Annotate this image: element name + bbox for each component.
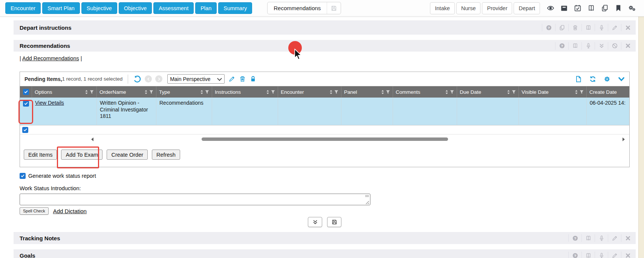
add-dictation-link[interactable]: Add Dictation bbox=[53, 208, 87, 214]
help-icon[interactable]: ? bbox=[542, 24, 555, 31]
eye-icon[interactable] bbox=[544, 2, 557, 14]
tab-smart-plan[interactable]: Smart Plan bbox=[42, 2, 80, 14]
undo-icon[interactable] bbox=[133, 75, 141, 82]
tab-subjective[interactable]: Subjective bbox=[81, 2, 117, 14]
tab-objective[interactable]: Objective bbox=[119, 2, 152, 14]
mic-icon[interactable] bbox=[581, 42, 595, 50]
trash-icon[interactable] bbox=[568, 24, 581, 31]
book-icon[interactable] bbox=[584, 2, 598, 14]
generate-report-checkbox[interactable] bbox=[20, 173, 26, 179]
depart-button[interactable]: Depart bbox=[514, 2, 540, 14]
new-document-icon[interactable] bbox=[575, 76, 582, 82]
tab-plan[interactable]: Plan bbox=[195, 2, 217, 14]
create-order-button[interactable]: Create Order bbox=[107, 150, 148, 160]
sort-icon[interactable] bbox=[144, 90, 148, 95]
calendar-check-icon[interactable] bbox=[571, 2, 584, 14]
close-icon[interactable] bbox=[621, 252, 634, 258]
sort-icon[interactable] bbox=[575, 90, 578, 95]
column-header-options[interactable]: Options bbox=[32, 86, 97, 98]
sort-icon[interactable] bbox=[381, 90, 384, 95]
lock-icon[interactable] bbox=[250, 76, 256, 82]
sort-icon[interactable] bbox=[200, 90, 203, 95]
block-icon[interactable] bbox=[608, 42, 621, 50]
column-header-create-date[interactable]: Create Date bbox=[587, 86, 629, 98]
filter-funnel-icon[interactable] bbox=[450, 90, 454, 94]
scroll-left-icon[interactable] bbox=[91, 137, 94, 142]
column-header-visible-date[interactable]: Visible Date bbox=[519, 86, 587, 98]
pencil-icon[interactable] bbox=[608, 234, 621, 242]
provider-button[interactable]: Provider bbox=[482, 2, 512, 14]
close-icon[interactable] bbox=[621, 24, 634, 31]
filter-funnel-icon[interactable] bbox=[512, 90, 516, 94]
close-icon[interactable] bbox=[621, 42, 634, 50]
view-details-link[interactable]: View Details bbox=[35, 100, 64, 106]
tab-assessment[interactable]: Assessment bbox=[153, 2, 194, 14]
edit-items-button[interactable]: Edit Items bbox=[24, 150, 57, 160]
filter-funnel-icon[interactable] bbox=[386, 90, 390, 94]
tab-summary[interactable]: Summary bbox=[218, 2, 252, 14]
scroll-right-icon[interactable] bbox=[622, 137, 625, 142]
book-icon[interactable] bbox=[568, 42, 581, 50]
chevrons-down-icon[interactable] bbox=[595, 42, 608, 50]
pencil-icon[interactable] bbox=[608, 252, 621, 258]
work-status-textarea[interactable] bbox=[20, 194, 370, 205]
copy-icon[interactable] bbox=[555, 24, 568, 31]
save-button[interactable] bbox=[327, 217, 341, 227]
sort-icon[interactable] bbox=[445, 90, 448, 95]
trash-icon[interactable] bbox=[239, 76, 246, 82]
chevron-down-icon[interactable] bbox=[618, 76, 625, 82]
prev-arrow-button[interactable] bbox=[145, 75, 152, 82]
book-icon[interactable] bbox=[581, 252, 595, 258]
column-header-due-date[interactable]: Due Date bbox=[457, 86, 519, 98]
tab-encounter[interactable]: Encounter bbox=[5, 2, 41, 14]
column-header-instructions[interactable]: Instructions bbox=[212, 86, 278, 98]
collapse-chevrons-button[interactable] bbox=[308, 217, 322, 227]
column-header-encounter[interactable]: Encounter bbox=[278, 86, 341, 98]
filter-funnel-icon[interactable] bbox=[149, 90, 153, 94]
mic-icon[interactable] bbox=[595, 252, 608, 258]
tab-recommendations-active[interactable]: Recommendations bbox=[267, 2, 341, 14]
help-icon[interactable]: ? bbox=[568, 252, 581, 258]
copy-icon[interactable] bbox=[598, 2, 612, 14]
column-header-type[interactable]: Type bbox=[156, 86, 212, 98]
column-header-comments[interactable]: Comments bbox=[393, 86, 457, 98]
filter-funnel-icon[interactable] bbox=[334, 90, 338, 94]
checkbox-checked[interactable] bbox=[22, 127, 28, 133]
sort-icon[interactable] bbox=[329, 90, 333, 95]
perspective-select[interactable]: Main Perspective bbox=[167, 74, 225, 84]
add-recommendations-link[interactable]: Add Recommendations bbox=[22, 55, 79, 61]
filter-funnel-icon[interactable] bbox=[205, 90, 209, 94]
gear-icon[interactable] bbox=[604, 76, 610, 82]
book-icon[interactable] bbox=[581, 234, 595, 242]
nurse-button[interactable]: Nurse bbox=[456, 2, 481, 14]
filter-funnel-icon[interactable] bbox=[580, 90, 584, 94]
select-all-checkbox[interactable] bbox=[23, 89, 29, 95]
column-header-ordername[interactable]: OrderName bbox=[97, 86, 156, 98]
bookmark-icon[interactable] bbox=[612, 2, 625, 14]
save-icon[interactable] bbox=[327, 2, 341, 14]
row-checkbox[interactable] bbox=[23, 101, 29, 107]
archive-icon[interactable] bbox=[557, 2, 571, 14]
pencil-icon[interactable] bbox=[229, 76, 235, 82]
mic-icon[interactable] bbox=[595, 234, 608, 242]
sort-icon[interactable] bbox=[507, 90, 510, 95]
close-icon[interactable] bbox=[621, 234, 634, 242]
column-header-panel[interactable]: Panel bbox=[341, 86, 393, 98]
spell-check-button[interactable]: Spell Check bbox=[20, 207, 49, 215]
pencil-icon[interactable] bbox=[608, 24, 621, 31]
grid-data-row[interactable]: View DetailsWritten Opinion - Criminal I… bbox=[20, 98, 629, 125]
help-icon[interactable]: ? bbox=[568, 234, 581, 242]
filter-funnel-icon[interactable] bbox=[271, 90, 275, 94]
intake-button[interactable]: Intake bbox=[430, 2, 455, 14]
refresh-icon[interactable] bbox=[589, 76, 596, 82]
book-icon[interactable] bbox=[581, 24, 595, 31]
next-arrow-button[interactable] bbox=[155, 75, 162, 82]
add-to-exam-button[interactable]: Add To Exam bbox=[61, 150, 102, 160]
sort-icon[interactable] bbox=[266, 90, 269, 95]
filter-funnel-icon[interactable] bbox=[90, 90, 94, 94]
gears-icon[interactable] bbox=[625, 2, 639, 14]
refresh-button[interactable]: Refresh bbox=[152, 150, 180, 160]
sort-icon[interactable] bbox=[85, 90, 88, 95]
help-icon[interactable]: ? bbox=[555, 42, 568, 50]
mic-icon[interactable] bbox=[595, 24, 608, 31]
